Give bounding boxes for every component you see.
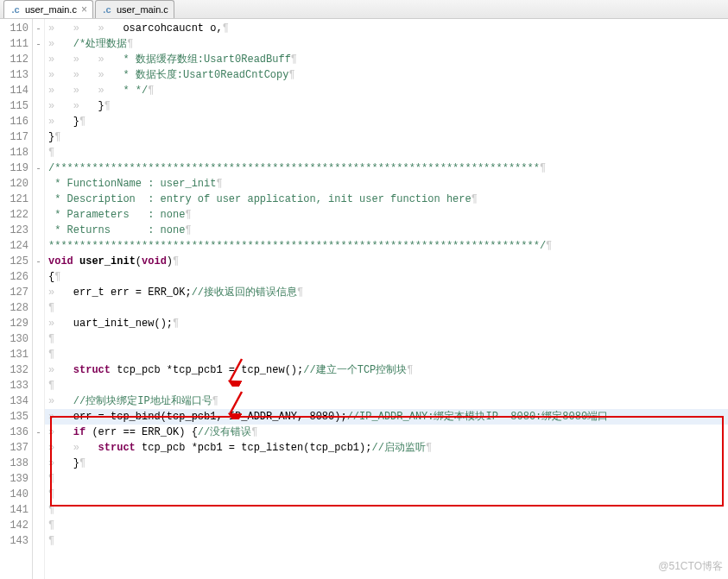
line-number: 121 bbox=[0, 192, 28, 207]
code-line[interactable]: /***************************************… bbox=[45, 160, 728, 176]
watermark: @51CTO博客 bbox=[658, 559, 723, 574]
line-number: 126 bbox=[0, 269, 28, 285]
line-number: 139 bbox=[0, 471, 28, 487]
line-number: 124 bbox=[0, 238, 28, 254]
c-file-icon: .c bbox=[9, 3, 22, 16]
code-line[interactable]: » uart_init_new();¶ bbox=[45, 316, 728, 331]
code-line[interactable]: void user_init(void)¶ bbox=[45, 254, 728, 269]
line-number: 113 bbox=[0, 67, 28, 83]
fold-toggle bbox=[33, 207, 44, 223]
fold-toggle bbox=[33, 378, 44, 393]
code-line[interactable]: ¶ bbox=[45, 487, 728, 502]
code-line[interactable]: ¶ bbox=[45, 347, 728, 362]
fold-toggle bbox=[33, 456, 44, 471]
fold-toggle bbox=[33, 176, 44, 192]
line-number: 119 bbox=[0, 160, 28, 176]
fold-toggle bbox=[33, 192, 44, 207]
code-line[interactable]: ¶ bbox=[45, 145, 728, 160]
line-number: 143 bbox=[0, 533, 28, 549]
code-line[interactable]: {¶ bbox=[45, 269, 728, 285]
fold-toggle bbox=[33, 269, 44, 285]
code-line[interactable]: ¶ bbox=[45, 378, 728, 393]
tab-filename: user_main.c bbox=[117, 4, 168, 15]
file-tab-active[interactable]: .c user_main.c × bbox=[3, 0, 93, 18]
fold-toggle bbox=[33, 393, 44, 409]
fold-toggle bbox=[33, 347, 44, 362]
code-line[interactable]: ¶ bbox=[45, 502, 728, 518]
code-area[interactable]: » » » osarcohcaucnt o,¶» /*处理数据¶» » » * … bbox=[45, 19, 728, 579]
fold-toggle bbox=[33, 67, 44, 83]
fold-toggle[interactable]: - bbox=[33, 36, 44, 52]
fold-toggle[interactable]: - bbox=[33, 160, 44, 176]
code-line[interactable]: » struct tcp_pcb *tcp_pcb1 = tcp_new();/… bbox=[45, 362, 728, 378]
line-number: 116 bbox=[0, 114, 28, 129]
fold-toggle bbox=[33, 331, 44, 347]
line-number: 136 bbox=[0, 425, 28, 440]
line-number: 133 bbox=[0, 378, 28, 393]
code-line[interactable]: » err = tcp_bind(tcp_pcb1, IP_ADDR_ANY, … bbox=[45, 409, 728, 425]
fold-toggle bbox=[33, 300, 44, 316]
fold-toggle bbox=[33, 409, 44, 425]
fold-toggle bbox=[33, 362, 44, 378]
code-line[interactable]: * FunctionName : user_init¶ bbox=[45, 176, 728, 192]
code-line[interactable]: » }¶ bbox=[45, 456, 728, 471]
fold-toggle bbox=[33, 533, 44, 549]
code-line[interactable]: ¶ bbox=[45, 471, 728, 487]
line-number: 131 bbox=[0, 347, 28, 362]
fold-toggle bbox=[33, 114, 44, 129]
code-line[interactable]: » » » * */¶ bbox=[45, 83, 728, 98]
line-number: 141 bbox=[0, 502, 28, 518]
code-line[interactable]: » /*处理数据¶ bbox=[45, 36, 728, 52]
code-line[interactable]: ¶ bbox=[45, 518, 728, 533]
line-number: 134 bbox=[0, 393, 28, 409]
line-number: 127 bbox=[0, 285, 28, 300]
code-line[interactable]: » //控制块绑定IP地址和端口号¶ bbox=[45, 393, 728, 409]
code-line[interactable]: » » }¶ bbox=[45, 98, 728, 114]
fold-column: ----- bbox=[33, 19, 45, 579]
line-number: 123 bbox=[0, 223, 28, 238]
line-number: 128 bbox=[0, 300, 28, 316]
line-number: 125 bbox=[0, 254, 28, 269]
code-line[interactable]: ¶ bbox=[45, 331, 728, 347]
fold-toggle bbox=[33, 83, 44, 98]
code-line[interactable]: ¶ bbox=[45, 533, 728, 549]
code-line[interactable]: ****************************************… bbox=[45, 238, 728, 254]
code-line[interactable]: » » » * 数据缓存数组:Usart0ReadBuff¶ bbox=[45, 52, 728, 67]
code-line[interactable]: » » » osarcohcaucnt o,¶ bbox=[45, 21, 728, 36]
code-line[interactable]: » » struct tcp_pcb *pcb1 = tcp_listen(tc… bbox=[45, 440, 728, 456]
line-number: 130 bbox=[0, 331, 28, 347]
line-number: 129 bbox=[0, 316, 28, 331]
line-number: 140 bbox=[0, 487, 28, 502]
line-number: 117 bbox=[0, 129, 28, 145]
code-line[interactable]: » » » * 数据长度:Usart0ReadCntCopy¶ bbox=[45, 67, 728, 83]
code-line[interactable]: * Description : entry of user applicatio… bbox=[45, 192, 728, 207]
fold-toggle bbox=[33, 316, 44, 331]
fold-toggle bbox=[33, 98, 44, 114]
fold-toggle bbox=[33, 238, 44, 254]
line-number: 120 bbox=[0, 176, 28, 192]
code-line[interactable]: » err_t err = ERR_OK;//接收返回的错误信息¶ bbox=[45, 285, 728, 300]
fold-toggle bbox=[33, 440, 44, 456]
code-line[interactable]: }¶ bbox=[45, 129, 728, 145]
code-line[interactable]: * Returns : none¶ bbox=[45, 223, 728, 238]
tab-bar: .c user_main.c × .c user_main.c bbox=[0, 0, 728, 19]
fold-toggle bbox=[33, 487, 44, 502]
close-icon[interactable]: × bbox=[81, 4, 87, 15]
code-line[interactable]: ¶ bbox=[45, 300, 728, 316]
fold-toggle[interactable]: - bbox=[33, 21, 44, 36]
fold-toggle[interactable]: - bbox=[33, 425, 44, 440]
fold-toggle[interactable]: - bbox=[33, 254, 44, 269]
line-number: 137 bbox=[0, 440, 28, 456]
line-number: 111 bbox=[0, 36, 28, 52]
code-line[interactable]: » }¶ bbox=[45, 114, 728, 129]
code-editor[interactable]: 1101111121131141151161171181191201211221… bbox=[0, 19, 728, 579]
code-line[interactable]: » if (err == ERR_OK) {//没有错误¶ bbox=[45, 425, 728, 440]
line-number: 122 bbox=[0, 207, 28, 223]
line-number: 142 bbox=[0, 518, 28, 533]
fold-toggle bbox=[33, 223, 44, 238]
fold-toggle bbox=[33, 129, 44, 145]
fold-toggle bbox=[33, 471, 44, 487]
file-tab-inactive[interactable]: .c user_main.c bbox=[95, 0, 174, 18]
code-line[interactable]: * Parameters : none¶ bbox=[45, 207, 728, 223]
fold-toggle bbox=[33, 285, 44, 300]
